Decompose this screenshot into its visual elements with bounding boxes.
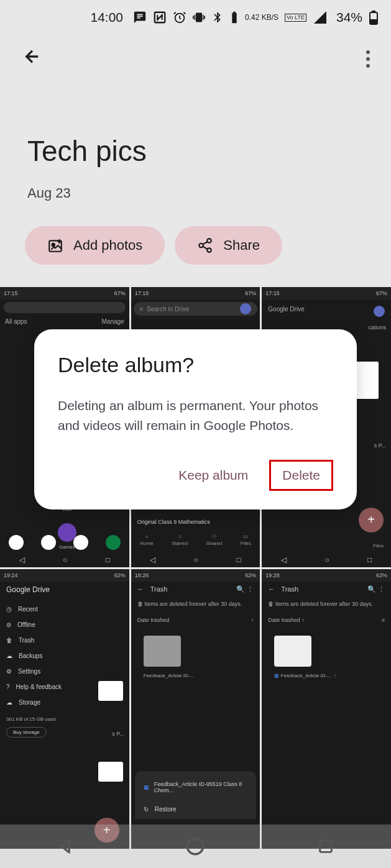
volte-icon: Vo LTE [285,14,306,22]
photo-grid-row2: 19:2462% Google Drive ◷Recent ⊘Offline 🗑… [0,569,391,849]
message-icon [133,11,147,24]
add-photo-icon [47,237,63,254]
delete-button[interactable]: Delete [269,460,333,491]
dialog-actions: Keep album Delete [58,460,333,491]
vibrate-icon [193,11,205,24]
signal-icon [313,11,328,24]
add-photos-button[interactable]: Add photos [25,226,165,265]
system-navigation-bar [0,825,391,868]
svg-point-8 [208,248,212,252]
status-bar: 14:00 0.42 KB/S Vo LTE 34% [0,0,391,35]
svg-point-5 [52,244,55,246]
svg-line-9 [203,242,208,244]
share-button[interactable]: Share [175,226,282,265]
svg-rect-3 [371,20,376,23]
share-icon [197,237,213,254]
delete-album-dialog: Delete album? Deleting an album is perma… [34,329,357,509]
data-rate: 0.42 KB/S [245,14,278,21]
battery-small-icon [230,11,239,24]
battery-percent: 34% [336,10,362,25]
keep-album-button[interactable]: Keep album [175,462,252,489]
status-time: 14:00 [91,10,124,25]
album-date: Aug 23 [27,185,364,201]
album-title: Tech pics [27,134,364,168]
svg-rect-12 [320,841,332,852]
dialog-body: Deleting an album is permanent. Your pho… [58,396,333,435]
system-recents-button[interactable] [315,835,337,857]
photo-thumbnail[interactable]: 19:2462% Google Drive ◷Recent ⊘Offline 🗑… [0,569,129,849]
svg-point-6 [208,239,212,243]
add-photos-label: Add photos [73,237,142,254]
bluetooth-icon [211,11,224,24]
more-options-button[interactable] [366,50,376,68]
svg-point-11 [188,838,204,854]
app-bar [0,35,391,78]
photo-thumbnail[interactable]: 18:2662% ←Trash🔍 ⋮ 🗑 Items are deleted f… [131,569,260,849]
action-chips: Add photos Share [0,226,391,287]
battery-icon [369,10,379,25]
svg-point-7 [200,244,204,248]
back-button[interactable] [22,47,42,71]
share-label: Share [223,237,260,254]
svg-line-10 [203,247,208,249]
system-back-button[interactable] [54,835,76,857]
photo-thumbnail[interactable]: 19:2862% ←Trash🔍 ⋮ 🗑 Items are deleted f… [262,569,391,849]
dialog-title: Delete album? [58,353,333,377]
nfc-icon [153,11,167,24]
alarm-icon [173,11,186,24]
system-home-button[interactable] [184,835,206,857]
title-section: Tech pics Aug 23 [0,78,391,226]
